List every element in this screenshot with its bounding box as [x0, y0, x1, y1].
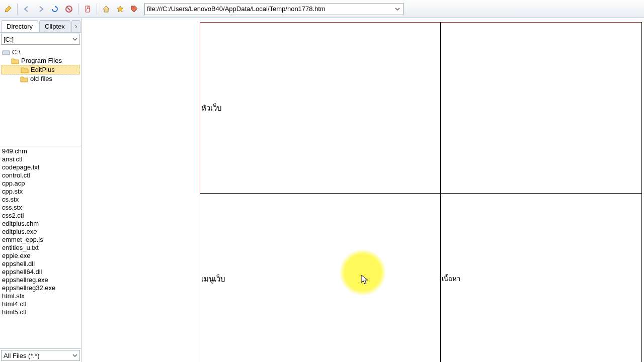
- folder-icon: [11, 57, 19, 64]
- tab-more-icon[interactable]: [71, 20, 80, 32]
- tab-directory[interactable]: Directory: [1, 20, 38, 32]
- file-row[interactable]: eppshellreg32.exe: [2, 284, 79, 292]
- address-bar: [144, 3, 404, 15]
- file-row[interactable]: html5.ctl: [2, 308, 79, 316]
- file-row[interactable]: cpp.acp: [2, 179, 79, 188]
- file-row[interactable]: cpp.stx: [2, 188, 79, 196]
- drive-select[interactable]: [C:]: [1, 34, 80, 45]
- tree-item-label: EditPlus: [31, 66, 55, 73]
- file-row[interactable]: eppshellreg.exe: [2, 276, 79, 284]
- file-row[interactable]: ansi.ctl: [2, 155, 79, 163]
- address-dropdown-icon[interactable]: [394, 6, 401, 13]
- file-filter[interactable]: All Files (*.*): [1, 350, 80, 361]
- tree-root[interactable]: C:\: [1, 48, 80, 56]
- forward-icon[interactable]: [35, 3, 47, 15]
- file-row[interactable]: html.stx: [2, 292, 79, 300]
- favorite-icon[interactable]: [114, 3, 126, 15]
- tree-item-label: Program Files: [21, 57, 62, 64]
- file-row[interactable]: eppshell.dll: [2, 260, 79, 268]
- file-row[interactable]: html4.ctl: [2, 300, 79, 308]
- stop-icon[interactable]: [63, 3, 75, 15]
- separator: [78, 4, 78, 15]
- folder-icon: [21, 66, 29, 73]
- edit-icon[interactable]: [2, 3, 14, 15]
- svg-line-1: [67, 8, 70, 11]
- chevron-down-icon[interactable]: [72, 352, 77, 359]
- file-row[interactable]: eppie.exe: [2, 252, 79, 260]
- file-row[interactable]: editplus.exe: [2, 228, 79, 236]
- layout-table: หัวเว็บ เมนูเว็บ เนื้อหา: [200, 22, 642, 362]
- separator: [17, 4, 18, 15]
- drive-label: [C:]: [4, 36, 14, 43]
- cell-header: หัวเว็บ: [200, 23, 441, 194]
- file-row[interactable]: css2.ctl: [2, 212, 79, 220]
- file-list-scroll[interactable]: 949.chmansi.ctlcodepage.txtcontrol.ctlcp…: [0, 146, 81, 348]
- folder-icon: [20, 75, 28, 82]
- file-row[interactable]: 949.chm: [2, 147, 79, 155]
- address-input[interactable]: [147, 5, 394, 13]
- file-row[interactable]: css.stx: [2, 204, 79, 212]
- tab-cliptext[interactable]: Cliptex: [39, 20, 70, 32]
- svg-text:A: A: [86, 5, 91, 12]
- file-row[interactable]: cs.stx: [2, 196, 79, 204]
- tree-root-label: C:\: [12, 48, 21, 56]
- tree-item[interactable]: Program Files: [1, 56, 80, 65]
- tree-item-label: old files: [30, 75, 52, 82]
- file-row[interactable]: emmet_epp.js: [2, 236, 79, 244]
- file-row[interactable]: editplus.chm: [2, 220, 79, 228]
- file-list: 949.chmansi.ctlcodepage.txtcontrol.ctlcp…: [0, 146, 81, 349]
- browser-preview: หัวเว็บ เมนูเว็บ เนื้อหา: [82, 18, 644, 362]
- file-row[interactable]: eppshell64.dll: [2, 268, 79, 276]
- tree-item[interactable]: old files: [1, 74, 80, 83]
- file-row[interactable]: codepage.txt: [2, 163, 79, 171]
- sidebar-tabs: Directory Cliptex: [0, 18, 81, 33]
- cell-body: เนื้อหา: [441, 194, 642, 363]
- svg-rect-3: [3, 51, 10, 55]
- tag-icon[interactable]: [128, 3, 140, 15]
- sidebar: Directory Cliptex [C:] C:\ Program Files…: [0, 18, 82, 362]
- chevron-down-icon[interactable]: [72, 36, 77, 43]
- separator: [97, 4, 97, 15]
- tree-item[interactable]: EditPlus: [1, 65, 80, 74]
- file-row[interactable]: control.ctl: [2, 171, 79, 179]
- cell-body-label: เนื้อหา: [442, 275, 460, 283]
- back-icon[interactable]: [21, 3, 33, 15]
- home-icon[interactable]: [100, 3, 112, 15]
- folder-tree: C:\ Program FilesEditPlusold files: [0, 46, 81, 146]
- cell-menu: เมนูเว็บ: [200, 194, 441, 363]
- toolbar: A: [0, 0, 644, 18]
- drive-icon: [2, 49, 10, 56]
- find-icon[interactable]: A: [82, 3, 94, 15]
- file-filter-label: All Files (*.*): [4, 352, 40, 359]
- file-row[interactable]: entities_u.txt: [2, 244, 79, 252]
- cell-top-right: [441, 23, 642, 194]
- refresh-icon[interactable]: [49, 3, 61, 15]
